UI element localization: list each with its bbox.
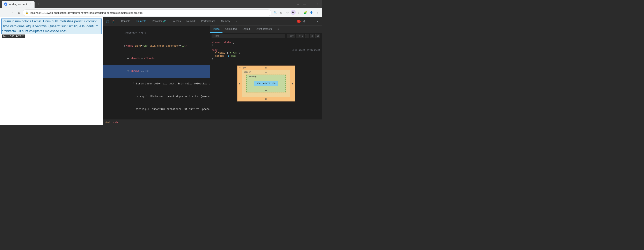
devtools-tab-console[interactable]: Console: [119, 18, 132, 25]
element-style-selector: element.style: [212, 41, 231, 44]
body-selector: body: [212, 49, 218, 51]
html-line-text2: corrupti. Dicta vero quasi atque veritat…: [103, 90, 210, 103]
inspect-element-icon[interactable]: ⬚: [105, 18, 110, 24]
body-style-rule: body { user agent stylesheet display : b…: [212, 49, 320, 60]
margin-property: margin : ▶ 8px ;: [212, 54, 320, 57]
styles-tab-event-listeners[interactable]: Event listeners: [253, 25, 275, 33]
error-count-badge: 1: [297, 20, 300, 23]
bookmark-icon[interactable]: ⊕: [278, 10, 284, 16]
devtools-tab-recorder[interactable]: Recorder 🧪: [150, 18, 168, 25]
window-controls: ⌄ — □ ×: [295, 1, 320, 7]
page-viewport: Lorem ipsum dolor sit amet. Enim nulla m…: [0, 17, 103, 125]
nav-icons: 🔍 ⊕ ☆ W ⬇ 🧩 👤 ⋮: [272, 10, 320, 16]
new-stylesheet-button[interactable]: 🖫: [315, 34, 320, 38]
search-icon[interactable]: 🔍: [272, 10, 278, 16]
margin-label: margin: [239, 66, 246, 69]
devtools-panel: ⬚ 📱 Console Elements Recorder 🧪 Sources …: [103, 17, 322, 125]
html-line-head[interactable]: ▶ <head> ⋯ </head>: [103, 52, 210, 65]
devtools-settings-icon[interactable]: ⚙: [302, 18, 307, 24]
padding-bottom-value: –: [265, 89, 267, 92]
border-right-value: –: [288, 82, 289, 85]
box-model-diagram: margin 8 8 8 8: [212, 62, 320, 105]
html-line-text4: molestiae eos? ": [103, 116, 210, 120]
content-size-label: 366.400×75.200: [256, 82, 276, 85]
display-property: display : block ;: [212, 51, 320, 54]
padding-box: padding – – – –: [246, 75, 286, 92]
elements-breadcrumb-bar: html body: [103, 120, 322, 125]
margin-expand-arrow[interactable]: ▶: [228, 54, 231, 57]
html-line-body[interactable]: ▼ <body> == $0: [103, 65, 210, 78]
styles-content: element.style { } body {: [210, 39, 322, 120]
styles-panel: Styles Computed Layout Event listeners »: [210, 25, 322, 120]
devtools-tab-memory[interactable]: Memory: [219, 18, 232, 25]
styles-tab-layout[interactable]: Layout: [240, 25, 253, 33]
devtools-panel-icons: ⬚ 📱: [105, 18, 116, 24]
tab-close-button[interactable]: ×: [29, 2, 32, 6]
devtools-close-icon[interactable]: ×: [314, 18, 320, 24]
devtools-tab-network[interactable]: Network: [184, 18, 198, 25]
content-box: 366.400×75.200: [254, 81, 278, 86]
forward-button[interactable]: →: [9, 10, 15, 16]
margin-left-value: 8: [239, 82, 240, 85]
styles-filter-bar: :hov .cls + ⊞ 🖫: [210, 33, 322, 39]
cls-filter-button[interactable]: .cls: [296, 34, 304, 38]
profile-icon[interactable]: W: [291, 10, 296, 15]
devtools-more-icon[interactable]: ⋮: [308, 18, 314, 24]
devtools-tab-performance[interactable]: Performance: [199, 18, 218, 25]
maximize-button[interactable]: □: [308, 1, 314, 7]
user-agent-stylesheet-label: user agent stylesheet: [292, 49, 320, 51]
margin-bottom-value: 8: [265, 98, 267, 100]
breadcrumb-body[interactable]: body: [113, 121, 118, 124]
page-content: Lorem ipsum dolor sit amet. Enim nulla m…: [0, 17, 103, 40]
devtools-content: <!DOCTYPE html> ▶<html lang="en" data-em…: [103, 25, 322, 120]
styles-more-tabs-button[interactable]: »: [275, 25, 282, 33]
devtools-more-tabs-button[interactable]: »: [234, 18, 240, 25]
padding-right-value: –: [283, 82, 284, 85]
devtools-tab-sources[interactable]: Sources: [169, 18, 183, 25]
styles-filter-input[interactable]: [212, 34, 285, 38]
device-toolbar-icon[interactable]: 📱: [110, 18, 116, 24]
styles-tab-styles[interactable]: Styles: [210, 25, 222, 33]
hov-filter-button[interactable]: :hov: [287, 34, 295, 38]
margin-right-value: 8: [292, 82, 294, 85]
tab-favicon: ●: [4, 2, 8, 6]
border-bottom-value: –: [265, 93, 267, 96]
breadcrumb-html[interactable]: html: [105, 121, 110, 124]
lock-icon: 🔒: [25, 11, 28, 14]
html-line-doctype: <!DOCTYPE html>: [103, 27, 210, 40]
main-area: Lorem ipsum dolor sit amet. Enim nulla m…: [0, 17, 322, 125]
menu-icon[interactable]: ⋮: [314, 10, 320, 16]
bookmark-star-icon[interactable]: ☆: [284, 10, 290, 16]
html-line-text3: similique laudantium architecto. Ut sunt…: [103, 103, 210, 116]
padding-label: padding: [248, 75, 256, 78]
avatar-icon[interactable]: 👤: [308, 10, 314, 16]
devtools-tab-elements[interactable]: Elements: [134, 18, 149, 25]
styles-tab-computed[interactable]: Computed: [222, 25, 240, 33]
back-button[interactable]: ←: [2, 10, 8, 16]
border-top-value: –: [265, 71, 267, 73]
html-line-html[interactable]: ▶<html lang="en" data-ember-extension="1…: [103, 40, 210, 53]
extension-download-icon[interactable]: ⬇: [296, 10, 302, 16]
refresh-button[interactable]: ↻: [16, 10, 22, 16]
browser-tab[interactable]: ● Adding content ×: [2, 0, 34, 7]
extensions-puzzle-icon[interactable]: 🧩: [302, 10, 308, 16]
title-bar: ● Adding content × + ⌄ — □ ×: [0, 0, 322, 8]
border-label: border: [244, 71, 251, 73]
elements-panel: <!DOCTYPE html> ▶<html lang="en" data-em…: [103, 25, 210, 120]
margin-top-value: 8: [265, 66, 267, 69]
url-display: localhost:1313/web-application-developme…: [30, 11, 269, 14]
box-model: margin 8 8 8 8: [237, 65, 295, 101]
browser-window: ● Adding content × + ⌄ — □ × ← → ↻ 🔒 loc…: [0, 0, 322, 125]
force-state-button[interactable]: ⊞: [310, 34, 314, 38]
new-tab-button[interactable]: +: [35, 1, 41, 7]
minimize-button[interactable]: —: [302, 1, 307, 7]
close-button[interactable]: ×: [314, 1, 320, 7]
address-bar[interactable]: 🔒 localhost:1313/web-application-develop…: [22, 9, 272, 16]
element-size-tooltip: body 366.4×75.2: [2, 34, 25, 38]
navigation-bar: ← → ↻ 🔒 localhost:1313/web-application-d…: [0, 8, 322, 17]
element-style-rule: element.style { }: [212, 41, 320, 47]
tab-dropdown-button[interactable]: ⌄: [295, 1, 300, 7]
padding-top-value: –: [265, 75, 267, 78]
add-style-button[interactable]: +: [305, 34, 310, 38]
page-body-text: Lorem ipsum dolor sit amet. Enim nulla m…: [2, 19, 101, 34]
